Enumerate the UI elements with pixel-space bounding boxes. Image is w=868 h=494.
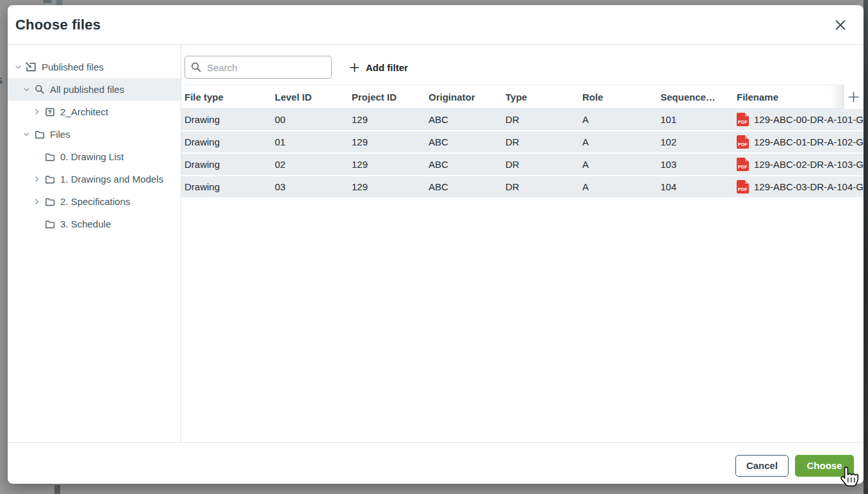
cell-type: DR (505, 114, 582, 125)
folder-icon (44, 196, 56, 208)
cell-filename: PDF 129-ABC-03-DR-A-104-GA (737, 180, 864, 193)
column-header-level-id[interactable]: Level ID (275, 92, 352, 103)
tree-item-label: 0. Drawing List (60, 151, 124, 162)
chevron-placeholder (31, 218, 42, 230)
dialog-footer: Cancel Choose (8, 442, 864, 484)
column-header-project-id[interactable]: Project ID (352, 92, 429, 103)
plus-icon (349, 62, 360, 73)
folder-icon (44, 218, 56, 230)
chevron-placeholder (31, 151, 42, 163)
filename-text: 129-ABC-01-DR-A-102-GA (754, 136, 864, 147)
cell-role: A (582, 159, 660, 170)
cell-type: DR (505, 181, 582, 192)
cell-file-type: Drawing (184, 136, 275, 147)
tree-item-label: 2_Architect (60, 106, 108, 117)
cell-project-id: 129 (352, 181, 429, 192)
close-button[interactable] (831, 16, 849, 34)
tree-item-label: 1. Drawings and Models (60, 174, 163, 185)
column-header-originator[interactable]: Originator (429, 92, 505, 103)
folder-tree: Published files All published files 2_ (8, 45, 181, 442)
backdrop-letter-fragment: S (0, 75, 4, 86)
tree-item-files[interactable]: Files (8, 123, 181, 145)
cell-sequence: 101 (660, 114, 737, 125)
choose-files-dialog: Choose files Published files (8, 5, 864, 484)
pdf-file-icon: PDF (737, 180, 749, 193)
table-row[interactable]: Drawing 02 129 ABC DR A 103 PDF 129-ABC-… (181, 154, 864, 175)
cancel-button[interactable]: Cancel (735, 455, 789, 477)
cell-level-id: 02 (275, 159, 352, 170)
chevron-down-icon[interactable] (13, 62, 24, 73)
backdrop-fragment (43, 0, 52, 3)
add-column-button[interactable] (844, 85, 864, 109)
chevron-down-icon[interactable] (21, 129, 32, 140)
chevron-down-icon[interactable] (21, 84, 32, 95)
add-filter-button[interactable]: Add filter (349, 56, 408, 79)
pdf-file-icon: PDF (737, 158, 749, 171)
chevron-right-icon[interactable] (31, 174, 42, 185)
folder-icon (44, 151, 56, 163)
dialog-title: Choose files (15, 17, 101, 33)
column-header-role[interactable]: Role (582, 92, 660, 103)
tree-item-label: Files (50, 129, 70, 140)
published-files-icon (25, 62, 37, 73)
tree-item-2-specifications[interactable]: 2. Specifications (8, 190, 181, 213)
cell-level-id: 01 (275, 136, 352, 147)
cell-originator: ABC (429, 136, 505, 147)
backdrop-fragment (54, 485, 60, 494)
cell-type: DR (505, 136, 582, 147)
choose-button[interactable]: Choose (795, 455, 854, 477)
cell-sequence: 102 (660, 136, 737, 147)
cell-filename: PDF 129-ABC-02-DR-A-103-GA (737, 158, 864, 171)
tree-item-1-drawings-and-models[interactable]: 1. Drawings and Models (8, 168, 181, 190)
file-list-toolbar: Add filter (181, 45, 864, 85)
add-filter-label: Add filter (366, 62, 408, 73)
cell-level-id: 03 (275, 181, 352, 192)
tree-item-0-drawing-list[interactable]: 0. Drawing List (8, 145, 181, 168)
tree-item-published-files[interactable]: Published files (8, 56, 181, 78)
tree-item-label: All published files (50, 84, 124, 95)
table-row[interactable]: Drawing 03 129 ABC DR A 104 PDF 129-ABC-… (181, 176, 864, 197)
cell-level-id: 00 (275, 114, 352, 125)
search-input[interactable] (207, 62, 326, 73)
folder-icon (33, 129, 45, 140)
table-row[interactable]: Drawing 00 129 ABC DR A 101 PDF 129-ABC-… (181, 109, 864, 130)
filename-text: 129-ABC-00-DR-A-101-GA (754, 114, 864, 125)
cell-file-type: Drawing (184, 114, 275, 125)
chevron-right-icon[interactable] (31, 196, 42, 208)
cell-originator: ABC (429, 181, 505, 192)
cell-role: A (582, 136, 660, 147)
file-list-panel: Add filter File type Level ID Project ID… (181, 45, 864, 442)
tree-item-label: 3. Schedule (60, 218, 111, 229)
column-header-type[interactable]: Type (505, 92, 582, 103)
dialog-body: Published files All published files 2_ (8, 45, 864, 442)
cell-filename: PDF 129-ABC-00-DR-A-101-GA (737, 113, 864, 126)
column-header-file-type[interactable]: File type (184, 92, 275, 103)
cell-filename: PDF 129-ABC-01-DR-A-102-GA (737, 135, 864, 149)
search-icon (190, 62, 202, 73)
close-icon (835, 19, 846, 31)
cell-project-id: 129 (352, 114, 429, 125)
table-header: File type Level ID Project ID Originator… (181, 85, 864, 109)
tree-item-2-architect[interactable]: 2_Architect (8, 101, 181, 123)
filtered-folder-icon (44, 106, 56, 118)
tree-item-label: 2. Specifications (60, 196, 130, 207)
column-scroll-shadow (831, 85, 844, 109)
backdrop-fragment (56, 0, 62, 5)
column-header-filename[interactable]: Filename (737, 92, 831, 103)
table-row[interactable]: Drawing 01 129 ABC DR A 102 PDF 129-ABC-… (181, 131, 864, 152)
tree-item-all-published-files[interactable]: All published files (8, 78, 181, 101)
cell-file-type: Drawing (184, 181, 275, 192)
table-body: Drawing 00 129 ABC DR A 101 PDF 129-ABC-… (181, 109, 864, 442)
filename-text: 129-ABC-02-DR-A-103-GA (754, 159, 864, 170)
search-box (184, 56, 332, 79)
pdf-file-icon: PDF (737, 113, 749, 126)
tree-item-3-schedule[interactable]: 3. Schedule (8, 213, 181, 235)
search-icon (33, 84, 45, 95)
filename-text: 129-ABC-03-DR-A-104-GA (754, 181, 864, 192)
tree-item-label: Published files (42, 62, 104, 72)
pdf-file-icon: PDF (737, 135, 749, 149)
chevron-right-icon[interactable] (31, 106, 42, 118)
column-header-sequence[interactable]: Sequence… (660, 92, 737, 103)
cell-originator: ABC (429, 114, 505, 125)
cell-project-id: 129 (352, 136, 429, 147)
